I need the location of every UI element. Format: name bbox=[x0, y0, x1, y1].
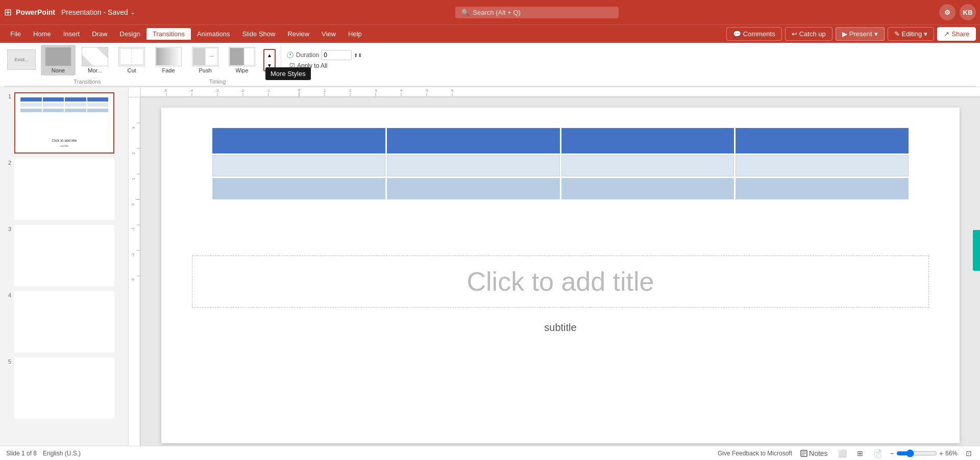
svg-text:5: 5 bbox=[426, 88, 428, 93]
fit-slide-icon[interactable]: ⊡ bbox=[964, 448, 974, 458]
svg-text:→: → bbox=[208, 53, 214, 60]
slide-thumbnail-5[interactable] bbox=[14, 357, 114, 419]
svg-rect-7 bbox=[244, 48, 254, 65]
more-styles-tooltip: More Styles bbox=[265, 67, 311, 80]
present-dropdown-icon: ▾ bbox=[874, 30, 878, 38]
menu-item-insert[interactable]: Insert bbox=[57, 28, 86, 40]
scroll-up-arrow[interactable]: ▲ bbox=[264, 50, 275, 60]
slide-item-3[interactable]: 3 bbox=[2, 224, 126, 287]
teal-handle[interactable] bbox=[973, 230, 980, 271]
slide-item-5[interactable]: 5 bbox=[2, 356, 126, 420]
menu-item-design[interactable]: Design bbox=[114, 28, 146, 40]
slides-panel: 1 bbox=[0, 87, 129, 453]
svg-text:-1: -1 bbox=[266, 88, 271, 93]
svg-text:2: 2 bbox=[131, 152, 136, 155]
transition-fade[interactable]: Fade bbox=[151, 45, 186, 75]
slide-item-4[interactable]: 4 bbox=[2, 290, 126, 353]
slide-info: Slide 1 of 8 bbox=[6, 450, 37, 457]
svg-rect-0 bbox=[120, 48, 143, 65]
slide-item-1[interactable]: 1 bbox=[2, 91, 126, 155]
slide-sorter-icon[interactable]: ⊞ bbox=[855, 448, 865, 458]
svg-text:-4: -4 bbox=[189, 88, 193, 93]
menu-item-home[interactable]: Home bbox=[27, 28, 57, 40]
reading-view-icon[interactable]: 📄 bbox=[871, 448, 884, 458]
language-info: English (U.S.) bbox=[43, 450, 81, 457]
duration-input[interactable] bbox=[321, 50, 352, 60]
svg-text:-2: -2 bbox=[240, 88, 244, 93]
menu-item-slideshow[interactable]: Slide Show bbox=[236, 28, 281, 40]
transition-more-preview[interactable]: Mor... bbox=[78, 45, 112, 75]
normal-view-icon[interactable]: ⬜ bbox=[836, 448, 849, 458]
zoom-in-button[interactable]: + bbox=[939, 449, 943, 457]
menu-item-view[interactable]: View bbox=[315, 28, 342, 40]
table-body-row-1 bbox=[212, 155, 909, 176]
zoom-out-button[interactable]: − bbox=[890, 449, 894, 457]
menu-item-animations[interactable]: Animations bbox=[191, 28, 236, 40]
comment-icon: 💬 bbox=[733, 30, 741, 38]
menu-bar: File Home Insert Draw Design Transitions… bbox=[0, 24, 980, 43]
share-icon: ↗ bbox=[944, 30, 949, 38]
menu-item-draw[interactable]: Draw bbox=[86, 28, 113, 40]
svg-text:-5: -5 bbox=[163, 88, 167, 93]
editing-icon: ✎ bbox=[894, 30, 900, 38]
transition-exist[interactable]: Exist... bbox=[4, 47, 39, 73]
title-dropdown-icon[interactable]: ⌄ bbox=[130, 9, 135, 16]
waffle-icon[interactable]: ⊞ bbox=[4, 7, 12, 18]
table-header-cell-3 bbox=[561, 128, 734, 154]
svg-text:4: 4 bbox=[400, 88, 403, 93]
share-button[interactable]: ↗ Share bbox=[937, 27, 976, 41]
settings-button[interactable]: ⚙ bbox=[939, 4, 955, 20]
transition-none[interactable]: None bbox=[41, 45, 76, 75]
catchup-button[interactable]: ↩ Catch up bbox=[785, 27, 832, 41]
status-bar: Slide 1 of 8 English (U.S.) Give Feedbac… bbox=[0, 446, 980, 460]
menu-item-transitions[interactable]: Transitions bbox=[146, 28, 191, 40]
canvas-area: -5 -4 -3 -2 -1 0 1 2 3 4 5 6 bbox=[129, 87, 980, 453]
menu-item-help[interactable]: Help bbox=[342, 28, 368, 40]
feedback-link[interactable]: Give Feedback to Microsoft bbox=[718, 450, 792, 457]
slide-item-2[interactable]: 2 bbox=[2, 158, 126, 221]
title-placeholder-text: Click to add title bbox=[467, 267, 654, 296]
table-header-cell-2 bbox=[387, 128, 560, 154]
svg-text:-2: -2 bbox=[131, 252, 135, 257]
doc-title: Presentation - Saved bbox=[61, 8, 128, 16]
slide-thumbnail-4[interactable] bbox=[14, 291, 114, 352]
slide-thumbnail-2[interactable] bbox=[14, 159, 114, 220]
table-header-cell-4 bbox=[736, 128, 909, 154]
svg-text:2: 2 bbox=[349, 88, 352, 93]
table-body-cell-2-2 bbox=[387, 178, 560, 199]
menu-item-file[interactable]: File bbox=[4, 28, 27, 40]
comments-button[interactable]: 💬 Comments bbox=[726, 27, 782, 41]
slide-number-3: 3 bbox=[3, 225, 11, 232]
app-name: PowerPoint bbox=[16, 8, 55, 16]
svg-text:6: 6 bbox=[451, 88, 454, 93]
title-placeholder[interactable]: Click to add title bbox=[192, 255, 929, 308]
transition-push[interactable]: → Push bbox=[188, 45, 223, 75]
slide-canvas[interactable]: Click to add title subtitle bbox=[161, 108, 960, 443]
svg-text:1: 1 bbox=[324, 88, 326, 93]
search-box[interactable]: 🔍 Search (Alt + Q) bbox=[455, 7, 619, 18]
timing-section-label: Timing bbox=[166, 79, 268, 85]
svg-rect-2 bbox=[156, 48, 181, 65]
present-button[interactable]: ▶ Present ▾ bbox=[836, 27, 885, 41]
svg-text:-3: -3 bbox=[131, 278, 135, 282]
svg-rect-3 bbox=[193, 48, 205, 65]
menu-item-review[interactable]: Review bbox=[281, 28, 315, 40]
notes-button[interactable]: Notes bbox=[798, 448, 830, 458]
user-avatar[interactable]: KB bbox=[960, 4, 976, 20]
ribbon-bottom-labels: Transitions Timing bbox=[4, 78, 976, 87]
duration-label: Duration bbox=[296, 52, 319, 59]
slide-thumbnail-3[interactable] bbox=[14, 225, 114, 286]
slide-number-4: 4 bbox=[3, 291, 11, 298]
transition-cut[interactable]: Cut bbox=[114, 45, 149, 75]
zoom-slider[interactable] bbox=[896, 449, 937, 457]
subtitle-placeholder[interactable]: subtitle bbox=[192, 322, 929, 334]
transition-wipe[interactable]: Wipe bbox=[225, 45, 259, 75]
table-body-cell-2-3 bbox=[561, 178, 734, 199]
editing-button[interactable]: ✎ Editing ▾ bbox=[888, 27, 935, 41]
svg-rect-6 bbox=[230, 48, 244, 65]
zoom-control: − + 66% bbox=[890, 449, 958, 457]
slide-number-5: 5 bbox=[3, 357, 11, 365]
editing-dropdown-icon: ▾ bbox=[924, 30, 927, 38]
slide-thumbnail-1[interactable]: Click to add title subtitle bbox=[14, 92, 114, 154]
slide-number-2: 2 bbox=[3, 159, 11, 166]
